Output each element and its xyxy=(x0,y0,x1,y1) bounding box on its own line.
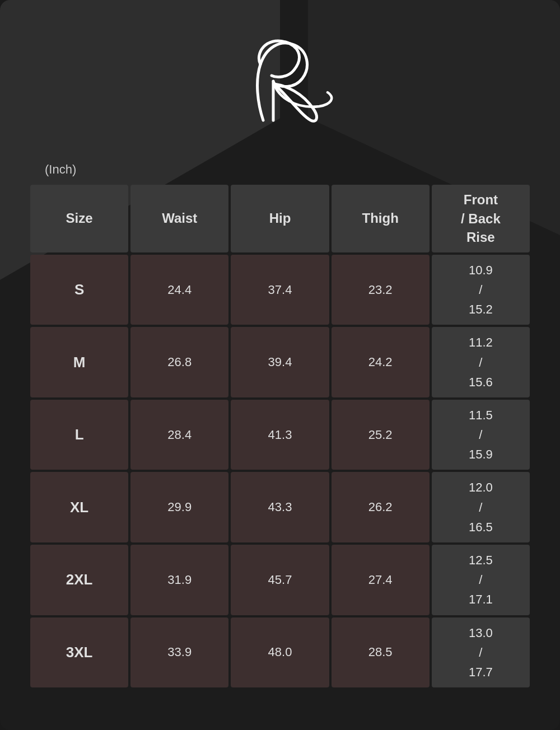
cell-hip: 48.0 xyxy=(231,617,329,688)
cell-hip: 37.4 xyxy=(231,255,329,325)
cell-front-back-rise: 12.5/17.1 xyxy=(432,545,530,615)
header-thigh: Thigh xyxy=(332,185,430,252)
size-table: Size Waist Hip Thigh Front/ BackRise S 2… xyxy=(28,182,532,690)
cell-size: M xyxy=(30,327,128,397)
cell-hip: 41.3 xyxy=(231,400,329,470)
size-table-container: Size Waist Hip Thigh Front/ BackRise S 2… xyxy=(28,182,532,690)
cell-thigh: 26.2 xyxy=(332,472,430,542)
table-row: XL 29.9 43.3 26.2 12.0/16.5 xyxy=(30,472,530,542)
header-front-back-rise: Front/ BackRise xyxy=(432,185,530,252)
table-row: M 26.8 39.4 24.2 11.2/15.6 xyxy=(30,327,530,397)
table-row: L 28.4 41.3 25.2 11.5/15.9 xyxy=(30,400,530,470)
cell-hip: 45.7 xyxy=(231,545,329,615)
table-row: 3XL 33.9 48.0 28.5 13.0/17.7 xyxy=(30,617,530,688)
cell-thigh: 23.2 xyxy=(332,255,430,325)
cell-size: 3XL xyxy=(30,617,128,688)
cell-front-back-rise: 11.5/15.9 xyxy=(432,400,530,470)
header-size: Size xyxy=(30,185,128,252)
cell-hip: 39.4 xyxy=(231,327,329,397)
cell-waist: 31.9 xyxy=(130,545,228,615)
header-waist: Waist xyxy=(130,185,228,252)
cell-size: XL xyxy=(30,472,128,542)
cell-waist: 26.8 xyxy=(130,327,228,397)
cell-size: L xyxy=(30,400,128,470)
cell-front-back-rise: 11.2/15.6 xyxy=(432,327,530,397)
unit-label: (Inch) xyxy=(39,162,521,177)
cell-hip: 43.3 xyxy=(231,472,329,542)
table-row: 2XL 31.9 45.7 27.4 12.5/17.1 xyxy=(30,545,530,615)
cell-thigh: 28.5 xyxy=(332,617,430,688)
logo-area xyxy=(0,0,560,162)
cell-thigh: 25.2 xyxy=(332,400,430,470)
cell-front-back-rise: 12.0/16.5 xyxy=(432,472,530,542)
table-header-row: Size Waist Hip Thigh Front/ BackRise xyxy=(30,185,530,252)
cell-waist: 33.9 xyxy=(130,617,228,688)
cell-front-back-rise: 13.0/17.7 xyxy=(432,617,530,688)
cell-waist: 24.4 xyxy=(130,255,228,325)
table-row: S 24.4 37.4 23.2 10.9/15.2 xyxy=(30,255,530,325)
cell-waist: 28.4 xyxy=(130,400,228,470)
cell-front-back-rise: 10.9/15.2 xyxy=(432,255,530,325)
page-wrapper: (Inch) Size Waist Hip Thigh Front/ BackR… xyxy=(0,0,560,730)
cell-waist: 29.9 xyxy=(130,472,228,542)
cell-size: 2XL xyxy=(30,545,128,615)
brand-logo-icon xyxy=(224,25,336,148)
header-hip: Hip xyxy=(231,185,329,252)
cell-thigh: 24.2 xyxy=(332,327,430,397)
cell-size: S xyxy=(30,255,128,325)
cell-thigh: 27.4 xyxy=(332,545,430,615)
